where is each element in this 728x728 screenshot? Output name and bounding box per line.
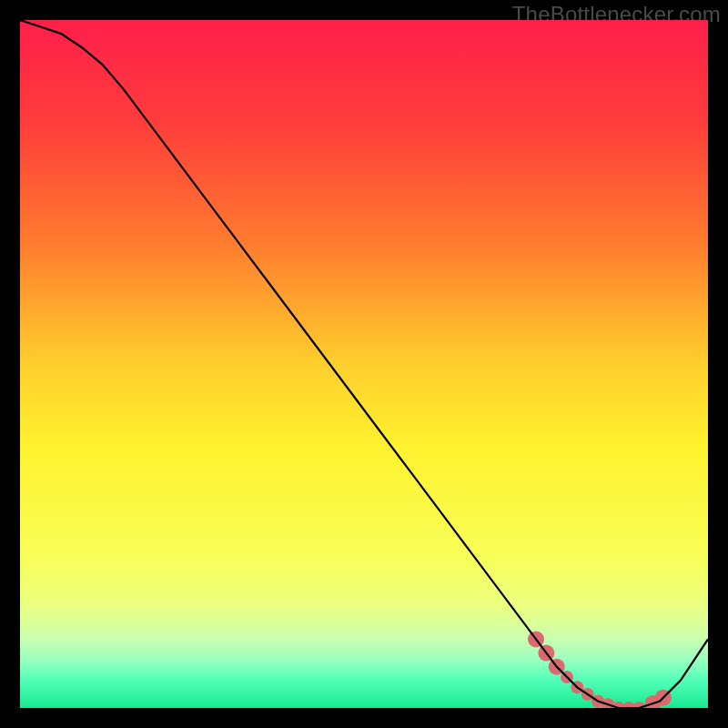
chart-stage: TheBottlenecker.com xyxy=(0,0,728,728)
gradient-background xyxy=(20,20,708,708)
bottleneck-chart xyxy=(20,20,708,708)
